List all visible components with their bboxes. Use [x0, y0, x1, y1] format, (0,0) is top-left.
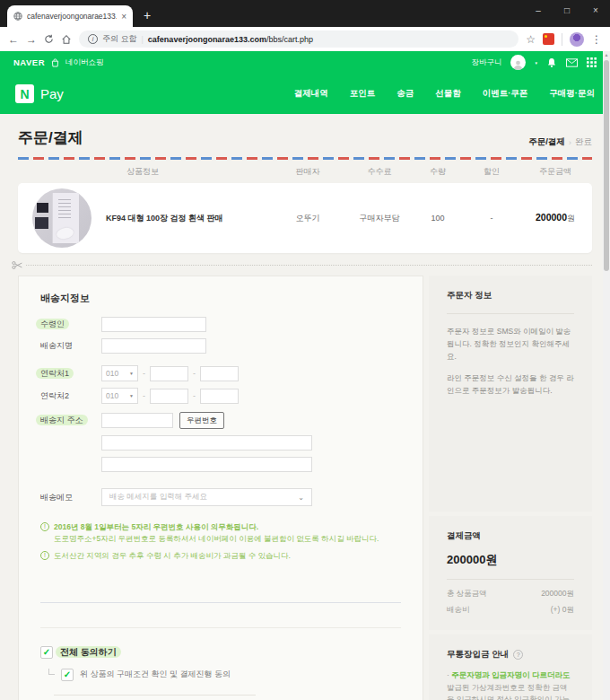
place-name-label: 배송지명 [40, 340, 101, 352]
receiver-input[interactable] [101, 317, 206, 332]
contact2-prefix-select[interactable]: 010▼ [101, 388, 138, 404]
toolbar-divider [562, 33, 562, 46]
forward-icon[interactable]: → [26, 34, 37, 45]
address-line2-input[interactable] [101, 457, 312, 472]
payment-heading: 결제금액 [447, 530, 574, 542]
memo-select[interactable]: 배송 메세지를 입력해 주세요 ⌄ [101, 488, 312, 506]
browser-menu-icon[interactable]: ⋮ [591, 33, 602, 46]
place-name-input[interactable] [101, 338, 206, 354]
address-line1-row [40, 435, 401, 451]
tab-close-icon[interactable]: × [121, 12, 126, 22]
contact2-mid-input[interactable] [150, 389, 188, 404]
total-goods-value: 200000원 [541, 589, 574, 599]
address-label: 배송지 주소 [36, 415, 88, 425]
menu-gifts[interactable]: 선물함 [435, 88, 461, 100]
address-bar[interactable]: i 주의 요함 | cafenaverjoongonarae133.com/bb… [79, 31, 518, 48]
page-scrollbar[interactable]: ▲ [603, 51, 610, 700]
mail-icon[interactable] [566, 58, 578, 67]
contact1-prefix-select[interactable]: 010▼ [101, 365, 138, 381]
security-warning-label: 주의 요함 [102, 33, 137, 45]
sidebar-divider [447, 313, 574, 314]
npay-logo-icon[interactable]: N [15, 84, 34, 103]
npay-logo-text[interactable]: Pay [40, 86, 64, 101]
naver-shopping-link[interactable]: 네이버쇼핑 [65, 57, 104, 68]
menu-review-inquiry[interactable]: 구매평·문의 [549, 88, 595, 100]
cut-line [12, 260, 592, 270]
naver-topbar: NAVER 네이버쇼핑 장바구니 ▾ [0, 51, 610, 74]
orderer-heading: 주문자 정보 [447, 290, 574, 302]
col-fee: 수수료 [348, 166, 411, 178]
new-tab-button[interactable]: + [144, 8, 151, 22]
contact2-label: 연락처2 [40, 390, 101, 402]
total-goods-label: 총 상품금액 [447, 589, 487, 599]
col-discount: 할인 [465, 166, 518, 178]
contact2-row: 연락처2 010▼ - - [40, 388, 401, 404]
help-icon[interactable]: ? [513, 650, 523, 660]
discount-value: - [465, 214, 518, 223]
window-controls: – □ × [524, 0, 610, 20]
user-avatar[interactable] [510, 55, 526, 70]
scrollbar-thumb[interactable] [604, 60, 609, 271]
contact1-mid-input[interactable] [150, 366, 188, 381]
shipping-notes: ! 2016년 8월 1일부터는 5자리 우편번호 사용이 의무화됩니다.도로명… [40, 521, 401, 563]
agree-item-label[interactable]: 위 상품의 구매조건 확인 및 결제진행 동의 [80, 669, 231, 680]
back-icon[interactable]: ← [8, 34, 19, 45]
orderer-p1: 주문자 정보로 SMS와 이메일이 발송됩니다. 정확한 정보인지 확인해주세요… [447, 325, 574, 363]
maximize-button[interactable]: □ [553, 0, 581, 20]
phone-dash: - [143, 369, 145, 378]
notice-icon: ! [40, 522, 49, 531]
agree-item-checkbox[interactable]: ✓ [61, 669, 74, 681]
home-icon[interactable] [61, 34, 72, 45]
zipcode-button[interactable]: 우편번호 [179, 412, 224, 429]
phone-dash: - [193, 369, 196, 378]
orderer-info-box: 주문자 정보 주문자 정보로 SMS와 이메일이 발송됩니다. 정확한 정보인지… [429, 276, 592, 512]
browser-tab[interactable]: cafenaverjoongonarae133.com/ × [7, 5, 133, 27]
npay-menu: 결제내역 포인트 송금 선물함 이벤트·쿠폰 구매평·문의 [294, 88, 595, 100]
site-info-icon[interactable]: i [88, 34, 98, 44]
payment-total: 200000원 [447, 552, 574, 568]
contact1-last-input[interactable] [200, 366, 239, 381]
url-domain: cafenaverjoongonarae133.com [148, 35, 266, 44]
cart-link[interactable]: 장바구니 [471, 57, 501, 68]
bookmark-star-icon[interactable]: ☆ [526, 33, 536, 46]
globe-favicon [13, 12, 22, 21]
naver-logo[interactable]: NAVER [13, 57, 45, 67]
browser-titlebar: cafenaverjoongonarae133.com/ × + – □ × [0, 0, 610, 27]
section-divider [40, 627, 401, 628]
place-name-row: 배송지명 [40, 338, 401, 354]
page-title: 주문/결제 [18, 127, 83, 148]
menu-payments[interactable]: 결제내역 [294, 88, 328, 100]
bank-transfer-box: 무통장입금 안내 ? · 주문자명과 입금자명이 다르더라도 발급된 가상계좌번… [429, 634, 592, 700]
menu-event-coupon[interactable]: 이벤트·쿠폰 [483, 88, 528, 100]
phone-dash: - [143, 391, 145, 400]
shipping-fee-label: 배송비 [447, 605, 470, 616]
breadcrumb-current[interactable]: 주문/결제 [528, 136, 565, 148]
agreement-divider [54, 695, 256, 696]
agree-all-checkbox[interactable]: ✓ [40, 646, 53, 659]
agree-all-label[interactable]: 전체 동의하기 [56, 646, 121, 658]
browser-profile-avatar[interactable] [570, 32, 584, 47]
notice-icon: ! [40, 551, 49, 560]
profile-caret-icon[interactable]: ▾ [535, 60, 537, 66]
breadcrumb-done: 완료 [575, 136, 592, 148]
scrollbar-up-icon[interactable]: ▲ [603, 51, 610, 59]
menu-transfer[interactable]: 송금 [396, 88, 414, 100]
notification-bell-icon[interactable] [546, 57, 557, 68]
phone-dash: - [193, 391, 196, 400]
receiver-label: 수령인 [36, 319, 69, 329]
col-seller: 판매자 [267, 166, 348, 178]
quantity-value: 100 [411, 214, 465, 223]
close-window-button[interactable]: × [581, 0, 610, 20]
order-row: KF94 대형 100장 검정 흰색 판매 오뚜기 구매자부담 100 - 20… [18, 183, 592, 253]
browser-urlbar: ← → i 주의 요함 | cafenaverjoongonarae133.co… [0, 27, 610, 51]
extension-icon[interactable] [543, 33, 554, 45]
address-line1-input[interactable] [101, 435, 312, 451]
zipcode-input[interactable] [101, 413, 173, 428]
minimize-button[interactable]: – [524, 0, 553, 20]
apps-grid-icon[interactable] [587, 57, 597, 67]
bank-heading: 무통장입금 안내 [447, 649, 509, 661]
reload-icon[interactable] [44, 34, 54, 44]
product-name[interactable]: KF94 대형 100장 검정 흰색 판매 [106, 213, 223, 224]
menu-points[interactable]: 포인트 [350, 88, 376, 100]
contact2-last-input[interactable] [200, 389, 239, 404]
